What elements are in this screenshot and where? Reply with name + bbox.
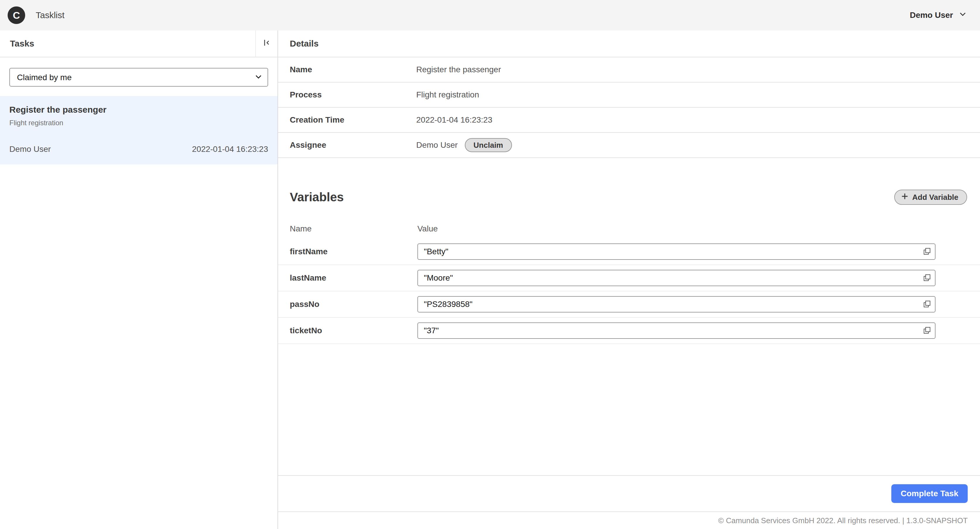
camunda-logo-icon: C [8, 6, 25, 24]
tasklist-app: C Tasklist Demo User Tasks Claim [0, 0, 980, 529]
task-list-item[interactable]: Register the passenger Flight registrati… [0, 96, 277, 164]
top-bar: C Tasklist Demo User [0, 0, 980, 30]
unclaim-button[interactable]: Unclaim [465, 138, 512, 152]
complete-task-button[interactable]: Complete Task [891, 484, 968, 503]
open-editor-icon[interactable] [923, 300, 931, 311]
details-panel: Details Name Register the passenger Proc… [278, 30, 980, 529]
collapse-panel-icon [262, 38, 271, 49]
page-footer: © Camunda Services GmbH 2022. All rights… [278, 512, 980, 529]
task-item-assignee: Demo User [10, 145, 51, 154]
task-filter-select[interactable]: Claimed by me [10, 68, 268, 87]
variables-header: Variables Add Variable [278, 190, 980, 205]
detail-label: Assignee [290, 140, 416, 150]
variable-value-wrap [417, 322, 935, 339]
variable-row-lastName: lastName [278, 265, 980, 291]
variable-value-wrap [417, 296, 935, 313]
collapse-panel-button[interactable] [255, 30, 277, 57]
plus-icon [900, 192, 909, 202]
variable-value-input[interactable] [417, 322, 935, 339]
detail-label: Creation Time [290, 115, 416, 125]
user-menu[interactable]: Demo User [910, 10, 967, 21]
task-item-meta: Demo User 2022-01-04 16:23:23 [10, 145, 268, 154]
open-editor-icon[interactable] [923, 273, 931, 284]
details-panel-title: Details [290, 39, 318, 49]
variable-value-input[interactable] [417, 270, 935, 286]
variable-name: lastName [290, 273, 417, 283]
camunda-logo-letter: C [13, 10, 20, 21]
open-editor-icon[interactable] [923, 326, 931, 337]
detail-value: 2022-01-04 16:23:23 [416, 115, 492, 125]
variables-title: Variables [290, 190, 344, 204]
detail-row-creation-time: Creation Time 2022-01-04 16:23:23 [278, 108, 980, 133]
detail-value: Flight registration [416, 90, 479, 100]
variable-row-firstName: firstName [278, 239, 980, 265]
tasks-panel-title: Tasks [10, 39, 34, 49]
content-spacer [278, 344, 980, 475]
variable-value-wrap [417, 270, 935, 286]
variable-name: ticketNo [290, 326, 417, 335]
detail-row-process: Process Flight registration [278, 83, 980, 108]
variable-row-ticketNo: ticketNo [278, 318, 980, 344]
column-header-value: Value [417, 224, 438, 234]
task-item-process: Flight registration [10, 119, 268, 127]
variable-name: firstName [290, 247, 417, 256]
variables-table-header: Name Value [278, 219, 980, 239]
detail-label: Process [290, 90, 416, 100]
main-split: Tasks Claimed by me Register the passeng… [0, 30, 980, 529]
user-name: Demo User [910, 11, 953, 20]
copyright-text: © Camunda Services GmbH 2022. All rights… [718, 516, 968, 525]
variable-value-input[interactable] [417, 243, 935, 260]
chevron-down-icon [958, 10, 967, 21]
variable-value-wrap [417, 243, 935, 260]
task-item-creation-time: 2022-01-04 16:23:23 [192, 145, 268, 154]
detail-value: Register the passenger [416, 65, 501, 74]
tasks-panel-header: Tasks [0, 30, 277, 57]
column-header-name: Name [290, 224, 417, 234]
add-variable-button[interactable]: Add Variable [894, 190, 967, 205]
detail-row-name: Name Register the passenger [278, 57, 980, 83]
assignee-value: Demo User [416, 140, 458, 150]
details-panel-header: Details [278, 30, 980, 57]
variable-name: passNo [290, 300, 417, 309]
detail-value: Demo User Unclaim [416, 138, 512, 152]
open-editor-icon[interactable] [923, 247, 931, 258]
detail-row-assignee: Assignee Demo User Unclaim [278, 133, 980, 158]
app-title: Tasklist [36, 10, 64, 20]
variable-row-passNo: passNo [278, 291, 980, 318]
add-variable-label: Add Variable [912, 193, 959, 202]
variable-value-input[interactable] [417, 296, 935, 313]
detail-label: Name [290, 65, 416, 74]
task-actions-bar: Complete Task [278, 475, 980, 512]
task-item-name: Register the passenger [10, 105, 268, 115]
task-filter: Claimed by me [10, 68, 268, 87]
tasks-panel: Tasks Claimed by me Register the passeng… [0, 30, 278, 529]
